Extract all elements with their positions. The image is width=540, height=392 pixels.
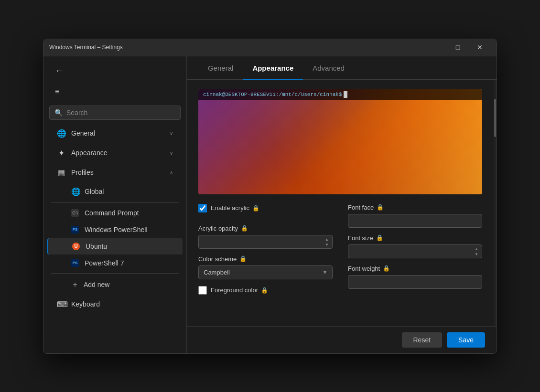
scrollbar[interactable]	[494, 80, 497, 326]
close-button[interactable]: ✕	[469, 40, 491, 55]
lock-icon-opacity: 🔒	[241, 225, 248, 232]
sidebar-item-general[interactable]: 🌐 General ∨	[47, 124, 183, 143]
lock-icon-fg: 🔒	[261, 287, 268, 294]
color-scheme-setting: Color scheme 🔒 Campbell One Half Dark On…	[198, 255, 333, 279]
content-area: cinnak@DESKTOP-BRESEV11:/mnt/c/Users/cin…	[187, 80, 494, 326]
scrollbar-thumb[interactable]	[494, 99, 496, 137]
main-content: ← ≡ 🔍 🌐 General ∨ ✦ Appearance ∨ ▦ Profi…	[43, 56, 497, 353]
font-size-increment-button[interactable]: ▲	[473, 246, 480, 251]
chevron-down-icon: ∨	[170, 131, 173, 136]
powershell-icon: PS	[71, 226, 80, 233]
lock-icon-scheme: 🔒	[239, 255, 247, 262]
sidebar-keyboard-label: Keyboard	[71, 300, 173, 308]
sidebar-general-label: General	[71, 129, 164, 137]
main-window: Windows Terminal – Settings — □ ✕ ← ≡ 🔍 …	[43, 39, 497, 354]
maximize-button[interactable]: □	[447, 40, 469, 55]
chevron-up-icon: ∧	[170, 170, 173, 175]
search-input[interactable]	[66, 109, 175, 117]
search-bar[interactable]: 🔍	[49, 106, 181, 120]
font-size-label: Font size 🔒	[348, 234, 482, 242]
sidebar-item-windows-powershell[interactable]: PS Windows PowerShell	[47, 222, 183, 238]
font-face-label: Font face 🔒	[348, 204, 482, 211]
sidebar-item-command-prompt[interactable]: C:\ Command Prompt	[47, 205, 183, 221]
acrylic-opacity-label: Acrylic opacity 🔒	[198, 225, 333, 232]
sidebar-profiles-label: Profiles	[71, 169, 164, 176]
window-title: Windows Terminal – Settings	[49, 44, 123, 51]
terminal-prompt-bar: cinnak@DESKTOP-BRESEV11:/mnt/c/Users/cin…	[198, 89, 482, 100]
reset-button[interactable]: Reset	[402, 332, 443, 348]
font-face-input[interactable]: Cascadia Mono	[348, 214, 482, 228]
window-controls: — □ ✕	[425, 40, 491, 55]
foreground-color-checkbox[interactable]	[198, 286, 207, 295]
ubuntu-background: cinnak@DESKTOP-BRESEV11:/mnt/c/Users/cin…	[198, 89, 482, 194]
font-size-setting: Font size 🔒 12 ▲ ▼	[348, 234, 482, 258]
lock-icon-font-face: 🔒	[377, 204, 384, 211]
sidebar-ubuntu-label: Ubuntu	[86, 243, 107, 250]
enable-acrylic-checkbox[interactable]	[198, 204, 207, 212]
font-face-setting: Font face 🔒 Cascadia Mono	[348, 204, 482, 228]
powershell7-icon: PS	[71, 259, 80, 267]
tab-general[interactable]: General	[198, 56, 243, 80]
ubuntu-icon: U	[72, 243, 81, 250]
font-size-spinner-wrap: 12 ▲ ▼	[348, 244, 482, 258]
font-size-spinner-buttons: ▲ ▼	[473, 246, 480, 256]
font-size-decrement-button[interactable]: ▼	[473, 252, 480, 256]
tab-appearance[interactable]: Appearance	[243, 56, 303, 80]
command-prompt-icon: C:\	[71, 209, 80, 217]
color-scheme-select[interactable]: Campbell One Half Dark One Half Light So…	[198, 265, 333, 279]
opacity-spinner-buttons: ▲ ▼	[323, 237, 331, 247]
terminal-preview: cinnak@DESKTOP-BRESEV11:/mnt/c/Users/cin…	[198, 89, 482, 194]
font-weight-setting: Font weight 🔒 Normal	[348, 265, 482, 289]
font-size-input[interactable]: 12	[348, 244, 482, 258]
sidebar-item-global[interactable]: 🌐 Global	[47, 183, 183, 201]
acrylic-opacity-input[interactable]: 0.8	[198, 235, 333, 249]
opacity-increment-button[interactable]: ▲	[323, 237, 331, 242]
profiles-icon: ▦	[57, 168, 65, 177]
lock-icon-font-size: 🔒	[376, 234, 383, 241]
opacity-decrement-button[interactable]: ▼	[323, 242, 331, 247]
sidebar-ps7-label: PowerShell 7	[85, 259, 124, 267]
terminal-window: cinnak@DESKTOP-BRESEV11:/mnt/c/Users/cin…	[198, 89, 482, 194]
tabs: General Appearance Advanced	[187, 56, 497, 80]
hamburger-menu[interactable]: ≡	[47, 84, 183, 100]
foreground-color-label: Foreground color 🔒	[211, 286, 268, 294]
foreground-color-setting: Foreground color 🔒	[198, 286, 333, 300]
enable-acrylic-label: Enable acrylic 🔒	[211, 204, 259, 212]
settings-right-column: Font face 🔒 Cascadia Mono Font size 🔒	[348, 204, 482, 317]
add-icon: ＋	[71, 280, 79, 290]
sidebar-appearance-label: Appearance	[71, 149, 164, 157]
sidebar-add-new[interactable]: ＋ Add new	[47, 275, 183, 294]
acrylic-checkbox-row: Enable acrylic 🔒	[198, 204, 333, 212]
color-scheme-select-wrap: Campbell One Half Dark One Half Light So…	[198, 265, 333, 279]
save-button[interactable]: Save	[447, 332, 485, 348]
terminal-cursor	[344, 91, 347, 98]
sidebar-cmd-label: Command Prompt	[85, 209, 139, 217]
foreground-checkbox-row: Foreground color 🔒	[198, 286, 333, 295]
sidebar-item-appearance[interactable]: ✦ Appearance ∨	[47, 144, 183, 162]
lock-icon-acrylic: 🔒	[252, 205, 259, 212]
titlebar: Windows Terminal – Settings — □ ✕	[43, 39, 497, 56]
color-scheme-label: Color scheme 🔒	[198, 255, 333, 263]
appearance-icon: ✦	[57, 148, 65, 158]
back-button[interactable]: ←	[47, 62, 65, 80]
lock-icon-font-weight: 🔒	[383, 265, 390, 272]
font-weight-label: Font weight 🔒	[348, 265, 482, 272]
chevron-down-icon-2: ∨	[170, 150, 173, 156]
sidebar-global-label: Global	[85, 188, 104, 195]
sidebar-item-profiles[interactable]: ▦ Profiles ∧	[47, 163, 183, 182]
sidebar-item-powershell7[interactable]: PS PowerShell 7	[47, 255, 183, 271]
keyboard-icon: ⌨	[57, 300, 65, 309]
global-icon: 🌐	[71, 187, 80, 196]
divider-2	[51, 273, 179, 274]
font-weight-input[interactable]: Normal	[348, 275, 482, 289]
footer: Reset Save	[187, 326, 497, 353]
sidebar-item-ubuntu[interactable]: U Ubuntu	[47, 238, 183, 254]
add-new-label: Add new	[84, 281, 109, 288]
tab-advanced[interactable]: Advanced	[303, 56, 354, 80]
profiles-subitems: 🌐 Global C:\ Command Prompt PS Windows P…	[43, 182, 186, 295]
acrylic-opacity-spinner-wrap: 0.8 ▲ ▼	[198, 235, 333, 249]
sidebar-item-keyboard[interactable]: ⌨ Keyboard	[47, 295, 183, 314]
acrylic-opacity-setting: Acrylic opacity 🔒 0.8 ▲ ▼	[198, 225, 333, 249]
minimize-button[interactable]: —	[425, 40, 447, 55]
sidebar: ← ≡ 🔍 🌐 General ∨ ✦ Appearance ∨ ▦ Profi…	[43, 56, 187, 353]
